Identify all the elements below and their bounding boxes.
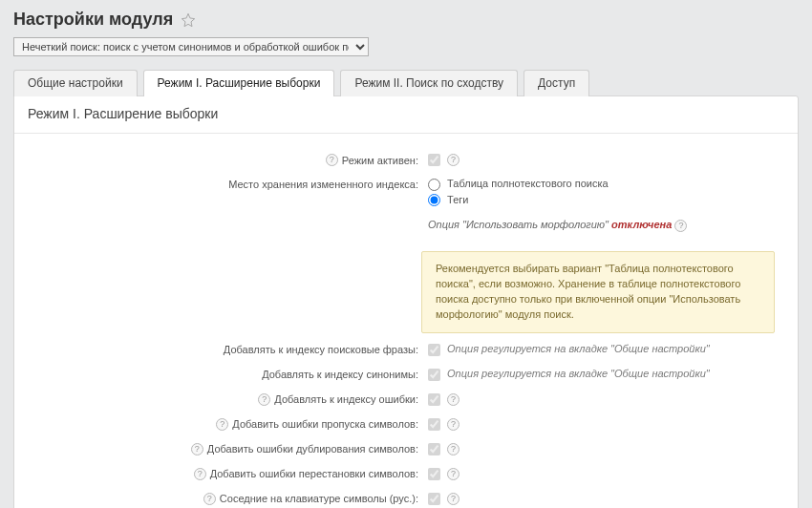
add-phrases-hint: Опция регулируется на вкладке "Общие нас… (447, 343, 710, 354)
add-phrases-label: Добавлять к индексу поисковые фразы: (224, 344, 418, 355)
add-errors-checkbox[interactable] (428, 393, 440, 406)
help-icon[interactable]: ? (326, 154, 338, 166)
morphology-status: Опция "Использовать морфологию" отключен… (428, 219, 674, 230)
settings-panel: Режим I. Расширение выборки ? Режим акти… (13, 95, 799, 508)
tab-access[interactable]: Доступ (524, 70, 589, 96)
add-synonyms-label: Добавлять к индексу синонимы: (262, 369, 418, 380)
storage-opt1: Таблица полнотекстового поиска (447, 178, 609, 189)
help-icon[interactable]: ? (194, 468, 206, 480)
note-box: Рекомендуется выбирать вариант "Таблица … (421, 251, 775, 333)
storage-label: Место хранения измененного индекса: (228, 179, 418, 190)
help-icon[interactable]: ? (447, 443, 459, 455)
module-select-wrap: Нечеткий поиск: поиск с учетом синонимов… (13, 37, 799, 56)
kb-ru-label: Соседние на клавиатуре символы (рус.): (220, 493, 418, 504)
mode-active-label: Режим активен: (342, 155, 418, 166)
storage-radio-tags[interactable] (428, 194, 440, 206)
dup-errors-checkbox[interactable] (428, 443, 440, 455)
help-icon[interactable]: ? (447, 393, 459, 406)
storage-radio-fulltext[interactable] (428, 179, 440, 191)
tab-mode2[interactable]: Режим II. Поиск по сходству (340, 70, 518, 96)
help-icon[interactable]: ? (447, 154, 459, 166)
favorite-star-icon[interactable] (181, 12, 196, 28)
help-icon[interactable]: ? (447, 418, 459, 431)
skip-errors-label: Добавить ошибки пропуска символов: (232, 418, 418, 430)
help-icon[interactable]: ? (674, 220, 687, 232)
add-errors-label: Добавлять к индексу ошибки: (274, 393, 418, 405)
page-title: Настройки модуля (13, 10, 173, 30)
help-icon[interactable]: ? (258, 393, 270, 406)
swap-errors-checkbox[interactable] (428, 468, 440, 480)
skip-errors-checkbox[interactable] (428, 418, 440, 431)
add-synonyms-checkbox[interactable] (428, 369, 440, 381)
kb-ru-checkbox[interactable] (428, 493, 440, 505)
storage-opt2: Теги (447, 194, 468, 205)
panel-title: Режим I. Расширение выборки (14, 96, 798, 134)
tab-mode1[interactable]: Режим I. Расширение выборки (143, 70, 335, 96)
add-phrases-checkbox[interactable] (428, 344, 440, 356)
page-title-row: Настройки модуля (13, 8, 799, 37)
help-icon[interactable]: ? (191, 443, 203, 455)
tab-general[interactable]: Общие настройки (13, 70, 138, 96)
add-synonyms-hint: Опция регулируется на вкладке "Общие нас… (447, 368, 710, 379)
tabs: Общие настройки Режим I. Расширение выбо… (13, 70, 799, 95)
swap-errors-label: Добавить ошибки перестановки символов: (210, 468, 418, 479)
help-icon[interactable]: ? (447, 493, 459, 505)
module-select[interactable]: Нечеткий поиск: поиск с учетом синонимов… (13, 37, 369, 56)
dup-errors-label: Добавить ошибки дублирования символов: (207, 443, 418, 455)
mode-active-checkbox[interactable] (428, 154, 440, 166)
help-icon[interactable]: ? (447, 468, 459, 480)
help-icon[interactable]: ? (216, 418, 228, 431)
help-icon[interactable]: ? (203, 493, 216, 505)
form-area: ? Режим активен: ? Место хранения измене… (14, 134, 798, 508)
